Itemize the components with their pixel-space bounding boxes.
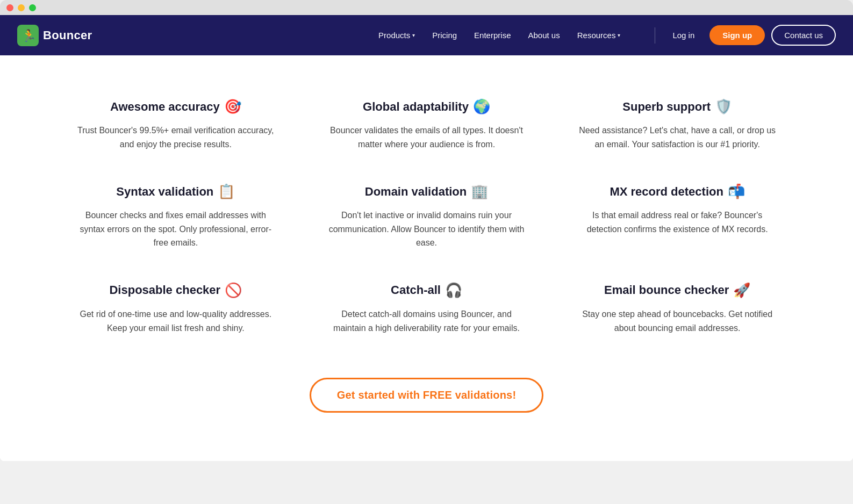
feature-label-4: Domain validation: [365, 185, 467, 199]
mailbox-icon: 📬: [728, 183, 745, 200]
feature-disposable-checker: Disposable checker 🚫 Get rid of one-time…: [51, 271, 302, 356]
feature-global-adaptability: Global adaptability 🌍 Bouncer validates …: [301, 88, 552, 172]
feature-syntax-validation: Syntax validation 📋 Bouncer checks and f…: [51, 172, 302, 271]
feature-title-6: Disposable checker 🚫: [77, 282, 275, 299]
brand-name: Bouncer: [43, 28, 92, 42]
main-content: Awesome accuracy 🎯 Trust Bouncer's 99.5%…: [0, 55, 853, 461]
feature-title-2: Superb support 🛡️: [579, 98, 776, 115]
logo-icon: 🏃: [17, 25, 39, 46]
chevron-down-icon: ▾: [618, 32, 620, 38]
nav-label-about: About us: [528, 31, 560, 40]
nav-actions: Log in Sign up Contact us: [664, 25, 836, 46]
feature-label-6: Disposable checker: [109, 283, 220, 297]
nav-label-enterprise: Enterprise: [474, 31, 511, 40]
cta-section: Get started with FREE validations!: [21, 356, 832, 440]
features-grid: Awesome accuracy 🎯 Trust Bouncer's 99.5%…: [51, 88, 803, 356]
chevron-down-icon: ▾: [412, 32, 415, 38]
nav-label-products: Products: [378, 31, 410, 40]
window-body: 🏃 Bouncer Products ▾ Pricing Enterprise: [0, 15, 853, 461]
feature-desc-6: Get rid of one-time use and low-quality …: [77, 307, 275, 335]
building-icon: 🏢: [471, 183, 488, 200]
feature-desc-5: Is that email address real or fake? Boun…: [579, 208, 776, 236]
rocket-icon: 🚀: [733, 282, 750, 299]
nav-item-enterprise[interactable]: Enterprise: [465, 26, 519, 44]
feature-desc-0: Trust Bouncer's 99.5%+ email verificatio…: [77, 124, 275, 151]
globe-icon: 🌍: [473, 98, 490, 115]
close-button-icon[interactable]: [6, 4, 13, 11]
feature-title-4: Domain validation 🏢: [328, 183, 525, 200]
nav-item-pricing[interactable]: Pricing: [424, 26, 465, 44]
maximize-button-icon[interactable]: [29, 4, 36, 11]
target-icon: 🎯: [224, 98, 241, 115]
contact-button[interactable]: Contact us: [771, 25, 836, 46]
feature-awesome-accuracy: Awesome accuracy 🎯 Trust Bouncer's 99.5%…: [51, 88, 302, 172]
feature-label-5: MX record detection: [610, 185, 723, 199]
no-entry-icon: 🚫: [225, 282, 242, 299]
feature-catch-all: Catch-all 🎧 Detect catch-all domains usi…: [301, 271, 552, 356]
feature-label-7: Catch-all: [391, 283, 441, 297]
feature-superb-support: Superb support 🛡️ Need assistance? Let's…: [552, 88, 803, 172]
feature-label-3: Syntax validation: [116, 185, 213, 199]
feature-title-7: Catch-all 🎧: [328, 282, 525, 299]
nav-logo[interactable]: 🏃 Bouncer: [17, 25, 92, 46]
nav-divider: [655, 27, 655, 44]
nav-item-resources[interactable]: Resources ▾: [569, 26, 629, 44]
feature-title-3: Syntax validation 📋: [77, 183, 275, 200]
minimize-button-icon[interactable]: [18, 4, 25, 11]
feature-label-8: Email bounce checker: [604, 283, 729, 297]
feature-desc-8: Stay one step ahead of bouncebacks. Get …: [579, 307, 776, 335]
nav-item-products[interactable]: Products ▾: [370, 26, 424, 44]
feature-desc-1: Bouncer validates the emails of all type…: [328, 124, 525, 151]
feature-email-bounce: Email bounce checker 🚀 Stay one step ahe…: [552, 271, 803, 356]
clipboard-icon: 📋: [218, 183, 235, 200]
feature-title-5: MX record detection 📬: [579, 183, 776, 200]
feature-desc-2: Need assistance? Let's chat, have a call…: [579, 124, 776, 151]
headphones-icon: 🎧: [445, 282, 462, 299]
feature-domain-validation: Domain validation 🏢 Don't let inactive o…: [301, 172, 552, 271]
shield-icon: 🛡️: [715, 98, 732, 115]
signup-button[interactable]: Sign up: [709, 25, 765, 45]
feature-mx-record: MX record detection 📬 Is that email addr…: [552, 172, 803, 271]
feature-title-8: Email bounce checker 🚀: [579, 282, 776, 299]
nav-label-pricing: Pricing: [432, 31, 457, 40]
window-chrome: [0, 0, 853, 15]
feature-desc-3: Bouncer checks and fixes email addresses…: [77, 208, 275, 250]
feature-title-1: Global adaptability 🌍: [328, 98, 525, 115]
feature-label-0: Awesome accuracy: [110, 100, 220, 114]
nav-links: Products ▾ Pricing Enterprise About us: [370, 26, 629, 44]
feature-desc-4: Don't let inactive or invalid domains ru…: [328, 208, 525, 250]
cta-button[interactable]: Get started with FREE validations!: [310, 378, 544, 413]
login-button[interactable]: Log in: [664, 26, 703, 44]
feature-label-2: Superb support: [622, 100, 711, 114]
svg-text:🏃: 🏃: [21, 28, 37, 43]
nav-label-resources: Resources: [577, 31, 616, 40]
feature-title-0: Awesome accuracy 🎯: [77, 98, 275, 115]
navbar: 🏃 Bouncer Products ▾ Pricing Enterprise: [0, 15, 853, 55]
feature-label-1: Global adaptability: [363, 100, 469, 114]
feature-desc-7: Detect catch-all domains using Bouncer, …: [328, 307, 525, 335]
nav-item-about[interactable]: About us: [519, 26, 568, 44]
